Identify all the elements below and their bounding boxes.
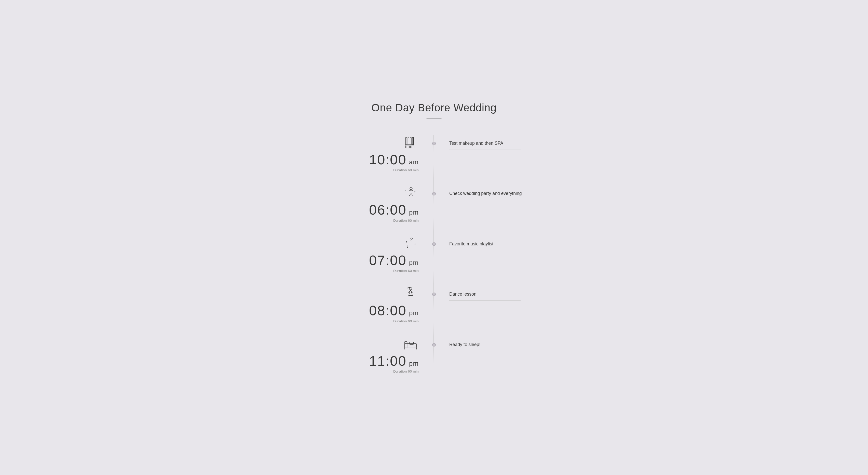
time-number: 06:00 (369, 203, 406, 217)
title-divider (426, 118, 442, 119)
timeline-dot (432, 293, 436, 296)
time-row: 08:00 pm (369, 304, 419, 318)
time-ampm: pm (409, 309, 419, 317)
party-icon: ♪ ♫ ♩ (402, 185, 419, 201)
event-divider (449, 351, 521, 351)
svg-line-18 (411, 194, 413, 196)
timeline-dot (432, 242, 436, 246)
page-container: One Day Before Wedding (294, 86, 574, 389)
event-left-side: ♪ ♫ ♩ 06:00 pm Duration 60 min (304, 185, 434, 222)
event-description: Favorite music playlist (449, 241, 564, 247)
time-ampm: am (409, 158, 419, 166)
svg-text:♩: ♩ (406, 194, 407, 195)
svg-text:♪: ♪ (405, 239, 407, 244)
svg-rect-2 (410, 137, 411, 145)
timeline-item: 10:00 am Duration 60 min Test makeup and… (304, 135, 564, 185)
time-ampm: pm (409, 360, 419, 367)
time-number: 08:00 (369, 304, 406, 318)
event-description: Test makeup and then SPA (449, 140, 564, 147)
svg-text:♫: ♫ (410, 238, 413, 242)
svg-rect-1 (408, 137, 409, 145)
time-number: 07:00 (369, 254, 406, 267)
svg-rect-32 (409, 342, 413, 345)
svg-line-29 (410, 291, 413, 293)
music-icon: ♪ ♫ ♩ (402, 235, 419, 251)
duration-label: Duration 60 min (393, 269, 419, 273)
time-number: 10:00 (369, 153, 406, 167)
timeline-dot (432, 192, 436, 196)
svg-point-13 (410, 187, 412, 190)
timeline-dot (432, 343, 436, 347)
event-right-side: Check wedding party and everything (434, 185, 564, 200)
svg-text:♩: ♩ (407, 245, 408, 248)
time-row: 11:00 pm (369, 354, 419, 368)
dance-icon (402, 286, 419, 302)
timeline-item: 08:00 pm Duration 60 min Dance lesson (304, 286, 564, 336)
svg-rect-31 (405, 342, 407, 348)
svg-line-16 (411, 190, 414, 191)
event-divider (449, 300, 521, 301)
svg-line-15 (408, 190, 411, 191)
time-ampm: pm (409, 209, 419, 216)
svg-line-17 (409, 194, 411, 196)
timeline-item: 11:00 pm Duration 60 min Ready to sleep! (304, 336, 564, 373)
sleep-icon (402, 336, 419, 352)
duration-label: Duration 60 min (393, 369, 419, 373)
event-left-side: 08:00 pm Duration 60 min (304, 286, 434, 323)
time-row: 07:00 pm (369, 254, 419, 267)
time-number: 11:00 (369, 354, 406, 368)
event-left-side: ♪ ♫ ♩ 07:00 pm Duration 60 min (304, 235, 434, 273)
event-right-side: Favorite music playlist (434, 235, 564, 250)
svg-text:♫: ♫ (414, 190, 416, 193)
event-left-side: 10:00 am Duration 60 min (304, 135, 434, 172)
event-left-side: 11:00 pm Duration 60 min (304, 336, 434, 373)
duration-label: Duration 60 min (393, 219, 419, 222)
svg-rect-0 (406, 137, 407, 145)
svg-rect-30 (405, 344, 416, 348)
event-right-side: Dance lesson (434, 286, 564, 301)
time-ampm: pm (409, 259, 419, 267)
timeline: 10:00 am Duration 60 min Test makeup and… (304, 135, 564, 373)
duration-label: Duration 60 min (393, 168, 419, 172)
svg-line-28 (408, 291, 410, 293)
makeup-icon (402, 135, 419, 151)
timeline-dot (432, 142, 436, 145)
svg-rect-3 (412, 137, 414, 145)
page-title: One Day Before Wedding (304, 102, 564, 114)
event-right-side: Ready to sleep! (434, 336, 564, 351)
event-right-side: Test makeup and then SPA (434, 135, 564, 150)
event-description: Check wedding party and everything (449, 190, 564, 197)
timeline-item: ♪ ♫ ♩ 07:00 pm Duration 60 min (304, 235, 564, 286)
event-description: Dance lesson (449, 291, 564, 297)
svg-rect-4 (405, 145, 414, 146)
svg-text:♪: ♪ (405, 189, 406, 191)
duration-label: Duration 60 min (393, 319, 419, 323)
event-description: Ready to sleep! (449, 342, 564, 348)
timeline-item: ♪ ♫ ♩ 06:00 pm Duration 60 min Check wed… (304, 185, 564, 235)
time-row: 10:00 am (369, 153, 419, 167)
time-row: 06:00 pm (369, 203, 419, 217)
